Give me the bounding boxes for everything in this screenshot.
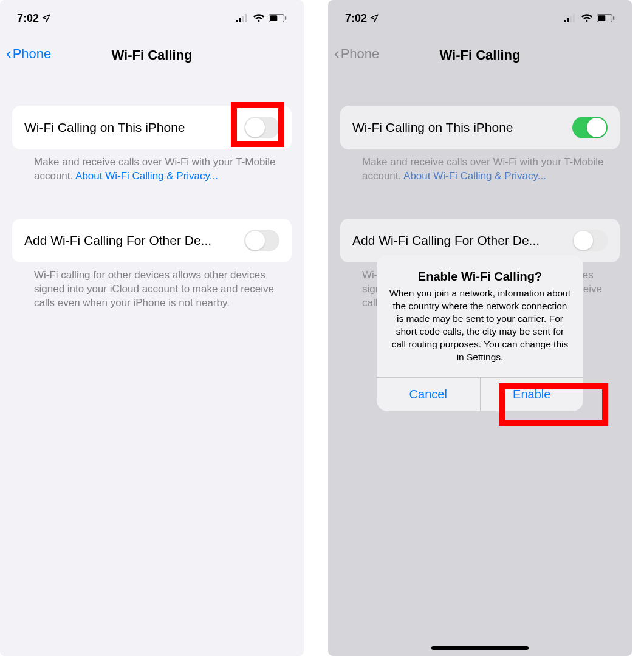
svg-rect-1	[239, 18, 241, 22]
home-indicator[interactable]	[431, 646, 529, 650]
wifi-calling-this-iphone-toggle[interactable]	[244, 117, 279, 138]
screenshot-left: 7:02 ‹ Phone Wi-Fi Calling Wi-Fi Calling…	[0, 0, 304, 656]
status-bar: 7:02	[0, 0, 304, 32]
wifi-calling-other-devices-row[interactable]: Add Wi-Fi Calling For Other De...	[12, 219, 292, 262]
location-icon	[41, 13, 51, 23]
alert-backdrop: Enable Wi-Fi Calling? When you join a ne…	[328, 0, 632, 656]
svg-rect-0	[236, 20, 238, 22]
cell-label: Wi-Fi Calling on This iPhone	[24, 120, 185, 135]
screenshot-right: 7:02 ‹ Phone Wi-Fi Calling Wi-Fi Calling…	[328, 0, 632, 656]
alert-enable-button[interactable]: Enable	[480, 378, 584, 411]
group-footer: Wi-Fi calling for other devices allows o…	[34, 268, 279, 310]
svg-rect-5	[285, 16, 286, 20]
alert-message: When you join a network, information abo…	[389, 287, 571, 364]
svg-rect-2	[242, 16, 244, 22]
battery-icon	[269, 14, 287, 22]
wifi-calling-other-devices-toggle[interactable]	[244, 230, 279, 251]
cellular-signal-icon	[236, 14, 249, 22]
back-label: Phone	[13, 46, 52, 62]
wifi-icon	[253, 14, 265, 22]
svg-rect-3	[245, 14, 247, 22]
enable-wifi-calling-alert: Enable Wi-Fi Calling? When you join a ne…	[377, 255, 583, 411]
group-other-devices: Add Wi-Fi Calling For Other De... Wi-Fi …	[12, 219, 292, 310]
group-footer: Make and receive calls over Wi-Fi with y…	[34, 155, 279, 183]
alert-title: Enable Wi-Fi Calling?	[389, 270, 571, 284]
svg-rect-6	[270, 15, 277, 21]
about-wifi-calling-privacy-link[interactable]: About Wi-Fi Calling & Privacy...	[75, 170, 218, 182]
back-button[interactable]: ‹ Phone	[6, 46, 51, 62]
group-wifi-calling-this-iphone: Wi-Fi Calling on This iPhone Make and re…	[12, 106, 292, 183]
cell-label: Add Wi-Fi Calling For Other De...	[24, 233, 211, 248]
status-time: 7:02	[17, 12, 39, 25]
wifi-calling-this-iphone-row[interactable]: Wi-Fi Calling on This iPhone	[12, 106, 292, 149]
chevron-left-icon: ‹	[6, 46, 12, 61]
nav-header: ‹ Phone Wi-Fi Calling	[0, 32, 304, 75]
alert-cancel-button[interactable]: Cancel	[377, 378, 480, 411]
